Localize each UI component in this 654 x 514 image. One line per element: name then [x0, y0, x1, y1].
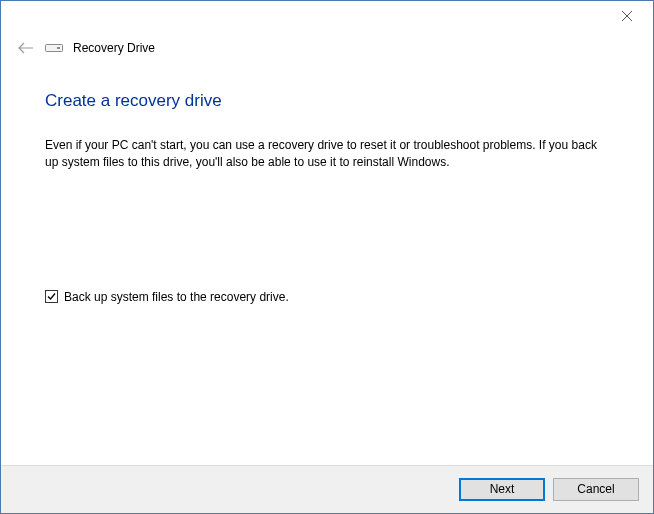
window-title: Recovery Drive	[73, 41, 155, 55]
close-button[interactable]	[607, 3, 647, 29]
backup-checkbox[interactable]	[45, 290, 58, 303]
back-arrow-icon	[18, 42, 34, 54]
header-row: Recovery Drive	[1, 31, 653, 57]
backup-checkbox-row[interactable]: Back up system files to the recovery dri…	[45, 290, 609, 304]
close-icon	[622, 11, 632, 21]
content-area: Create a recovery drive Even if your PC …	[1, 57, 653, 304]
next-button[interactable]: Next	[459, 478, 545, 501]
checkmark-icon	[46, 291, 57, 302]
titlebar	[1, 1, 653, 31]
drive-icon	[45, 42, 63, 54]
cancel-button[interactable]: Cancel	[553, 478, 639, 501]
backup-checkbox-label: Back up system files to the recovery dri…	[64, 290, 289, 304]
page-description: Even if your PC can't start, you can use…	[45, 137, 605, 172]
svg-rect-3	[57, 47, 60, 49]
back-button[interactable]	[17, 39, 35, 57]
footer: Next Cancel	[1, 465, 653, 513]
page-heading: Create a recovery drive	[45, 91, 609, 111]
